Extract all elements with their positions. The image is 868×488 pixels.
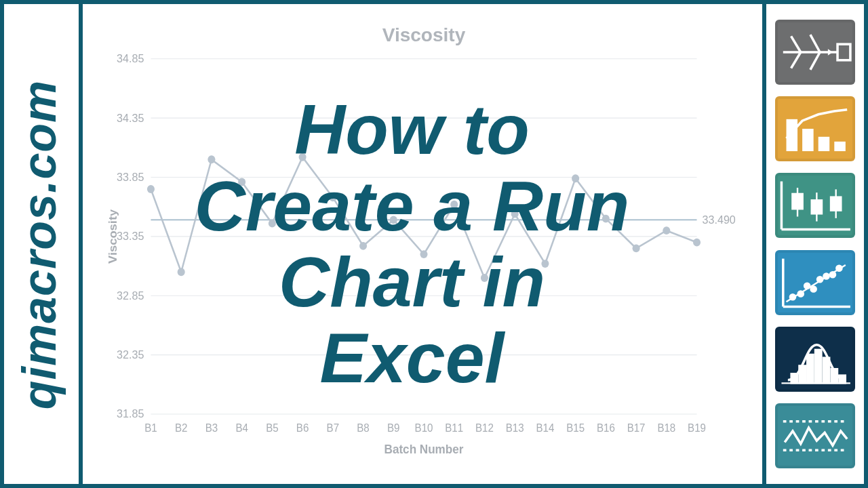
- svg-point-80: [805, 283, 810, 288]
- svg-point-78: [790, 294, 795, 299]
- svg-rect-74: [831, 198, 841, 211]
- brand-sidebar: qimacros.com: [4, 4, 83, 484]
- svg-point-82: [818, 277, 823, 281]
- svg-point-85: [837, 266, 842, 270]
- svg-rect-90: [815, 350, 821, 384]
- control-chart-icon: [775, 403, 855, 468]
- pareto-chart-icon: [775, 96, 855, 161]
- svg-rect-70: [793, 195, 802, 209]
- svg-text:B19: B19: [688, 422, 706, 434]
- histogram-bell-icon: [775, 327, 855, 392]
- svg-text:31.85: 31.85: [117, 407, 144, 421]
- svg-rect-57: [837, 44, 850, 60]
- svg-point-33: [663, 226, 670, 235]
- svg-rect-89: [807, 354, 813, 383]
- svg-line-60: [810, 35, 820, 52]
- svg-point-81: [811, 286, 816, 291]
- svg-point-16: [147, 185, 155, 193]
- svg-point-79: [798, 291, 803, 296]
- svg-point-83: [824, 274, 829, 279]
- svg-rect-66: [834, 142, 846, 151]
- chart-type-icon-column: [762, 4, 864, 484]
- svg-line-58: [791, 37, 801, 53]
- svg-text:33.490: 33.490: [703, 213, 736, 226]
- box-plot-icon: [775, 173, 855, 238]
- scatter-plot-icon: [775, 250, 855, 315]
- main-content: Viscosity 31.8532.3532.8533.3533.8534.35…: [83, 4, 758, 484]
- svg-point-34: [693, 239, 701, 247]
- svg-text:33.35: 33.35: [117, 230, 144, 243]
- svg-rect-72: [812, 201, 821, 214]
- fishbone-diagram-icon: [775, 20, 855, 85]
- svg-point-84: [830, 272, 835, 277]
- svg-text:32.35: 32.35: [117, 348, 144, 361]
- svg-text:B18: B18: [657, 422, 675, 434]
- svg-text:34.35: 34.35: [117, 111, 144, 125]
- svg-text:32.85: 32.85: [117, 289, 144, 302]
- svg-marker-62: [828, 49, 833, 55]
- svg-line-59: [791, 52, 801, 68]
- svg-rect-64: [802, 129, 814, 151]
- headline-overlay: How to Create a Run Chart in Excel: [181, 4, 643, 484]
- svg-text:33.85: 33.85: [117, 170, 144, 184]
- svg-rect-65: [818, 137, 830, 151]
- svg-line-61: [810, 52, 820, 70]
- thumbnail-frame: qimacros.com Viscosity 31.8532.3532.8533…: [0, 0, 868, 488]
- svg-text:Viscosity: Viscosity: [106, 209, 119, 264]
- svg-text:34.85: 34.85: [117, 52, 144, 66]
- brand-url: qimacros.com: [12, 80, 66, 410]
- svg-text:B1: B1: [144, 422, 157, 434]
- headline-text: How to Create a Run Chart in Excel: [181, 92, 643, 396]
